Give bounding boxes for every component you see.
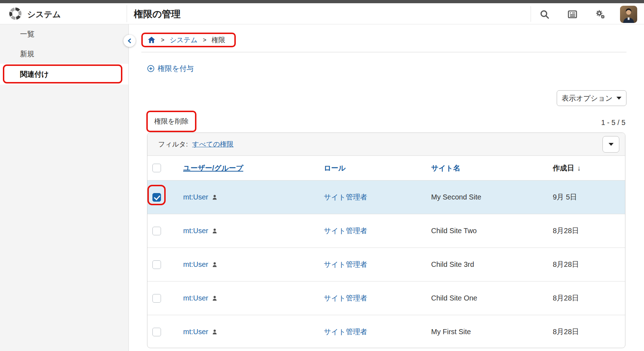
table-row: mt:Userサイト管理者Child Site Two8月28日 bbox=[147, 214, 625, 247]
created-date: 8月28日 bbox=[553, 226, 625, 236]
row-checkbox[interactable] bbox=[152, 227, 161, 235]
created-date: 8月28日 bbox=[553, 293, 625, 303]
table-header-row: ユーザー/グループ ロール サイト名 作成日↓ bbox=[147, 156, 625, 180]
search-icon[interactable] bbox=[539, 9, 550, 20]
caret-down-icon bbox=[609, 143, 614, 146]
breadcrumb-link-system[interactable]: システム bbox=[170, 35, 197, 45]
table-row: mt:Userサイト管理者My Second Site9月 5日 bbox=[147, 180, 625, 214]
grant-permission-link[interactable]: 権限を付与 bbox=[147, 64, 194, 73]
filter-label: フィルタ: bbox=[158, 140, 188, 149]
breadcrumb: > システム > 権限 bbox=[141, 33, 236, 47]
role-link[interactable]: サイト管理者 bbox=[324, 193, 367, 201]
sidebar-item-label: 関連付け bbox=[20, 69, 49, 79]
annotation-box-delete: 権限を削除 bbox=[146, 111, 196, 132]
breadcrumb-current: 権限 bbox=[211, 35, 225, 45]
header-divider bbox=[127, 5, 127, 22]
role-link[interactable]: サイト管理者 bbox=[324, 227, 367, 235]
column-header-site[interactable]: サイト名 bbox=[431, 163, 553, 173]
table-row: mt:Userサイト管理者My First Site8月28日 bbox=[147, 315, 625, 348]
app-header: システム 権限の管理 bbox=[0, 3, 644, 24]
created-date: 9月 5日 bbox=[553, 192, 625, 202]
role-link[interactable]: サイト管理者 bbox=[324, 328, 367, 336]
table-row: mt:Userサイト管理者Child Site One8月28日 bbox=[147, 281, 625, 315]
sidebar-item-5[interactable]: 一覧 bbox=[0, 24, 128, 44]
content-divider bbox=[141, 52, 626, 52]
sidebar-item-6[interactable]: 新規 bbox=[0, 44, 128, 64]
user-link[interactable]: mt:User bbox=[183, 193, 208, 201]
user-link[interactable]: mt:User bbox=[183, 294, 208, 302]
display-options-label: 表示オプション bbox=[562, 93, 613, 103]
main-content: > システム > 権限 権限を付与 表示オプション 権限を削除 1 - 5 / … bbox=[129, 24, 644, 351]
user-link[interactable]: mt:User bbox=[183, 328, 208, 336]
user-avatar[interactable] bbox=[620, 6, 637, 23]
row-checkbox[interactable] bbox=[152, 294, 161, 303]
plus-circle-icon bbox=[147, 65, 155, 72]
person-icon bbox=[211, 228, 218, 234]
permissions-table: フィルタ: すべての権限 ユーザー/グループ ロール サイト名 作成日↓ mt:… bbox=[147, 133, 625, 348]
person-icon bbox=[211, 329, 218, 335]
pagination-count: 1 - 5 / 5 bbox=[601, 119, 625, 127]
sidebar-item-label: 新規 bbox=[20, 49, 34, 59]
user-link[interactable]: mt:User bbox=[183, 260, 208, 269]
sort-desc-icon: ↓ bbox=[577, 164, 581, 172]
row-checkbox[interactable] bbox=[152, 260, 161, 269]
panel-list-icon[interactable] bbox=[567, 9, 578, 20]
delete-permission-button[interactable]: 権限を削除 bbox=[154, 117, 188, 126]
role-link[interactable]: サイト管理者 bbox=[324, 260, 367, 268]
person-icon bbox=[211, 261, 218, 268]
site-name: My First Site bbox=[431, 328, 553, 336]
gears-icon[interactable] bbox=[595, 9, 606, 20]
created-date: 8月28日 bbox=[553, 260, 625, 269]
table-body: mt:Userサイト管理者My Second Site9月 5日mt:Userサ… bbox=[147, 180, 625, 348]
row-checkbox[interactable] bbox=[152, 193, 161, 202]
sidebar-item-7[interactable]: 関連付け bbox=[0, 64, 128, 85]
table-row: mt:Userサイト管理者Child Site 3rd8月28日 bbox=[147, 247, 625, 281]
breadcrumb-separator: > bbox=[203, 37, 206, 43]
created-date: 8月28日 bbox=[553, 327, 625, 337]
breadcrumb-separator: > bbox=[161, 37, 164, 43]
home-icon[interactable] bbox=[147, 36, 156, 44]
top-strip bbox=[0, 0, 644, 3]
site-name: Child Site 3rd bbox=[431, 260, 553, 269]
site-name: My Second Site bbox=[431, 193, 553, 201]
role-link[interactable]: サイト管理者 bbox=[324, 294, 367, 302]
filter-value-link[interactable]: すべての権限 bbox=[192, 140, 234, 149]
site-name: Child Site One bbox=[431, 294, 553, 302]
sidebar: サイトアセットユーザーグループロール一覧新規関連付けデザインカスタムフィールドブ… bbox=[0, 24, 129, 351]
sidebar-nav: サイトアセットユーザーグループロール一覧新規関連付けデザインカスタムフィールドブ… bbox=[0, 24, 128, 85]
header-right-divider bbox=[531, 6, 531, 22]
row-checkbox[interactable] bbox=[152, 328, 161, 336]
sidebar-collapse-button[interactable] bbox=[123, 35, 136, 47]
app-label: システム bbox=[27, 9, 61, 20]
page-title: 権限の管理 bbox=[134, 8, 181, 20]
grant-permission-label: 権限を付与 bbox=[158, 64, 194, 73]
caret-down-icon bbox=[616, 97, 621, 100]
select-all-checkbox[interactable] bbox=[152, 164, 161, 172]
person-icon bbox=[211, 295, 218, 302]
person-icon bbox=[211, 194, 218, 201]
filter-dropdown-button[interactable] bbox=[602, 136, 619, 153]
sidebar-item-label: 一覧 bbox=[20, 29, 34, 39]
column-header-role[interactable]: ロール bbox=[324, 163, 431, 173]
column-header-user[interactable]: ユーザー/グループ bbox=[183, 163, 324, 173]
display-options-button[interactable]: 表示オプション bbox=[557, 90, 626, 106]
app-logo-icon bbox=[9, 7, 22, 20]
user-link[interactable]: mt:User bbox=[183, 227, 208, 235]
site-name: Child Site Two bbox=[431, 227, 553, 235]
column-header-date[interactable]: 作成日↓ bbox=[553, 163, 625, 173]
filter-row: フィルタ: すべての権限 bbox=[147, 133, 625, 156]
